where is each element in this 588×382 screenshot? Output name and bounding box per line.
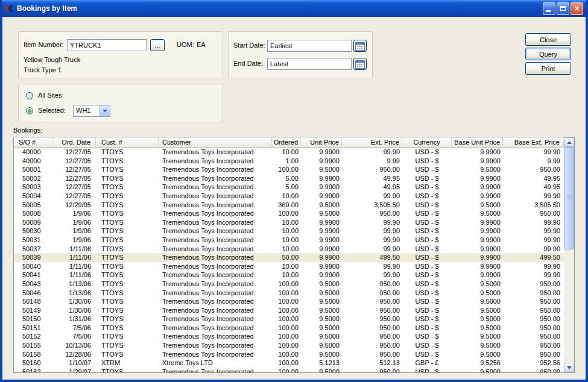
table-cell: USD - $ (402, 218, 452, 227)
all-sites-radio[interactable] (26, 92, 33, 99)
table-cell: 950.00 (342, 165, 402, 174)
table-row[interactable]: 500311/9/06TTOYSTremendous Toys Incorpor… (14, 236, 564, 245)
table-cell: 1/10/07 (52, 359, 96, 368)
table-cell: 100.00 (272, 359, 301, 368)
table-cell: TTOYS (96, 306, 159, 315)
table-row[interactable]: 4000012/27/05TTOYSTremendous Toys Incorp… (14, 148, 564, 157)
item-number-input[interactable] (67, 39, 147, 51)
table-row[interactable]: 500461/13/06TTOYSTremendous Toys Incorpo… (14, 289, 564, 298)
column-header-currency[interactable]: Currency (402, 137, 452, 147)
table-row[interactable]: 501481/30/06TTOYSTremendous Toys Incorpo… (14, 297, 564, 306)
bookings-label: Bookings: (13, 127, 42, 134)
print-button[interactable]: Print (525, 62, 571, 75)
table-row[interactable]: 500391/11/06TTOYSTremendous Toys Incorpo… (14, 253, 564, 262)
table-row[interactable]: 501501/31/06TTOYSTremendous Toys Incorpo… (14, 315, 564, 324)
table-row[interactable]: 500081/9/06TTOYSTremendous Toys Incorpor… (14, 209, 564, 218)
table-cell: 9.9900 (301, 148, 342, 157)
scroll-up-button[interactable] (564, 137, 574, 147)
table-cell: TTOYS (96, 315, 159, 324)
table-cell: 100.00 (272, 324, 301, 333)
table-row[interactable]: 5000412/27/05TTOYSTremendous Toys Incorp… (14, 192, 564, 201)
table-cell: 50150 (14, 315, 52, 324)
end-date-calendar-button[interactable] (353, 58, 367, 70)
table-row[interactable]: 500411/11/06TTOYSTremendous Toys Incorpo… (14, 271, 564, 280)
column-header-customer[interactable]: Customer (159, 137, 272, 147)
table-row[interactable]: 5015812/28/06TTOYSTremendous Toys Incorp… (14, 350, 564, 359)
selected-site-radio[interactable] (26, 107, 33, 114)
column-header-base-ext-price[interactable]: Base Ext. Price (503, 137, 564, 147)
table-cell: TTOYS (96, 174, 159, 183)
all-sites-label: All Sites (38, 92, 62, 99)
table-cell: 9.9900 (301, 245, 342, 254)
table-cell: 99.90 (342, 218, 402, 227)
table-cell: USD - $ (402, 368, 452, 372)
close-window-button[interactable]: × (571, 2, 583, 15)
table-cell: 9.5000 (301, 165, 342, 174)
table-row[interactable]: 501527/5/06TTOYSTremendous Toys Incorpor… (14, 332, 564, 341)
column-header-base-unit-price[interactable]: Base Unit Price (452, 137, 503, 147)
table-cell: 50002 (14, 174, 52, 183)
table-row[interactable]: 500401/11/06TTOYSTremendous Toys Incorpo… (14, 262, 564, 271)
table-row[interactable]: 5000112/27/05TTOYSTremendous Toys Incorp… (14, 165, 564, 174)
query-button[interactable]: Query (525, 48, 571, 60)
column-header-s-o[interactable]: S/O # (14, 137, 52, 147)
restore-button[interactable] (557, 2, 569, 15)
table-cell: USD - $ (402, 253, 452, 262)
table-row[interactable]: 5000312/27/05TTOYSTremendous Toys Incorp… (14, 183, 564, 192)
vertical-scrollbar[interactable] (564, 137, 574, 372)
table-cell: USD - $ (402, 297, 452, 306)
table-cell: 100.00 (272, 289, 301, 298)
combobox-dropdown-button[interactable] (100, 105, 110, 116)
table-cell: Tremendous Toys Incorporated (159, 289, 272, 298)
table-row[interactable]: 4000012/27/05TTOYSTremendous Toys Incorp… (14, 157, 564, 166)
table-row[interactable]: 500091/9/06TTOYSTremendous Toys Incorpor… (14, 218, 564, 227)
table-row[interactable]: 500431/13/06TTOYSTremendous Toys Incorpo… (14, 280, 564, 289)
table-cell: 9.5000 (452, 341, 503, 350)
table-row[interactable]: 501601/10/07XTRMXtreme Toys LTD100.005.1… (14, 359, 564, 368)
column-header-ord-date[interactable]: Ord. Date (52, 137, 96, 147)
table-cell: 950.00 (342, 350, 402, 359)
table-cell: 12/29/05 (52, 201, 96, 210)
bookings-table-body: 4000012/27/05TTOYSTremendous Toys Incorp… (14, 148, 564, 372)
table-cell: Tremendous Toys Incorporated (159, 253, 272, 262)
table-row[interactable]: 5000212/27/05TTOYSTremendous Toys Incorp… (14, 174, 564, 183)
scrollbar-thumb[interactable] (564, 147, 574, 249)
site-combobox[interactable]: WH1 (73, 105, 110, 117)
table-row[interactable]: 5015510/13/06TTOYSTremendous Toys Incorp… (14, 341, 564, 350)
table-cell: 9.5000 (301, 341, 342, 350)
table-row[interactable]: 5000512/29/05TTOYSTremendous Toys Incorp… (14, 201, 564, 210)
table-row[interactable]: 500301/9/06TTOYSTremendous Toys Incorpor… (14, 227, 564, 236)
table-cell: 950.00 (342, 289, 402, 298)
table-cell: 9.9900 (452, 236, 503, 245)
table-row[interactable]: 500371/11/06TTOYSTremendous Toys Incorpo… (14, 245, 564, 254)
table-cell: TTOYS (96, 227, 159, 236)
table-cell: 9.5000 (452, 315, 503, 324)
titlebar[interactable]: Bookings by Item × (0, 0, 588, 17)
column-header-ext-price[interactable]: Ext. Price (342, 137, 402, 147)
table-cell: 9.5000 (452, 289, 503, 298)
table-cell: 1/11/06 (52, 253, 96, 262)
table-cell: 950.00 (503, 315, 564, 324)
end-date-input[interactable] (267, 58, 352, 70)
arrow-up-icon (567, 141, 572, 144)
column-header-cust[interactable]: Cust. # (96, 137, 159, 147)
table-cell: 1/30/06 (52, 306, 96, 315)
table-cell: 50005 (14, 201, 52, 210)
close-button[interactable]: Close (525, 33, 571, 46)
column-header-ordered[interactable]: Ordered (272, 137, 301, 147)
minimize-button[interactable] (543, 2, 555, 15)
start-date-input[interactable] (267, 40, 352, 52)
table-cell: 950.00 (342, 315, 402, 324)
table-cell: 10.00 (272, 262, 301, 271)
table-cell: 1/9/06 (52, 209, 96, 218)
scroll-down-button[interactable] (564, 363, 574, 372)
table-cell: 9.5256 (452, 359, 503, 368)
table-row[interactable]: 501621/29/07TTOYSTremendous Toys Incorpo… (14, 368, 564, 372)
item-browse-button[interactable]: ... (150, 39, 165, 51)
table-cell: 99.90 (342, 271, 402, 280)
table-row[interactable]: 501491/30/06TTOYSTremendous Toys Incorpo… (14, 306, 564, 315)
start-date-calendar-button[interactable] (353, 40, 367, 52)
table-row[interactable]: 501517/5/06TTOYSTremendous Toys Incorpor… (14, 324, 564, 333)
table-cell: 10.00 (272, 245, 301, 254)
column-header-unit-price[interactable]: Unit Price (301, 137, 342, 147)
